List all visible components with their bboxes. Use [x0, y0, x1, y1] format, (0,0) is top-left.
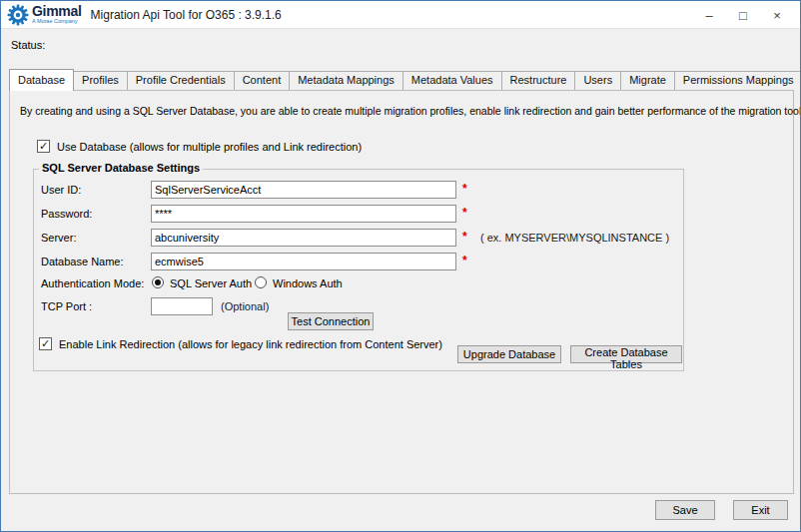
enable-link-redirection-label: Enable Link Redirection (allows for lega… — [59, 338, 442, 350]
tab-strip: Database Profiles Profile Credentials Co… — [9, 69, 801, 90]
exit-button[interactable]: Exit — [733, 500, 788, 520]
sql-settings-title: SQL Server Database Settings — [39, 162, 203, 174]
database-name-label: Database Name: — [41, 256, 124, 267]
user-id-label: User ID: — [41, 184, 81, 196]
app-window: Gimmal A Morae Company Migration Api Too… — [0, 0, 801, 532]
tcp-port-label: TCP Port : — [41, 300, 92, 312]
gear-icon — [7, 4, 29, 26]
tab-metadata-mappings[interactable]: Metadata Mappings — [289, 71, 403, 90]
windows-auth-label: Windows Auth — [273, 277, 343, 289]
tab-permissions-mappings[interactable]: Permissions Mappings — [674, 71, 801, 90]
tcp-port-optional-hint: (Optional) — [221, 300, 269, 312]
enable-link-redirection-checkbox[interactable]: ✓ — [39, 337, 52, 350]
user-id-required-marker: * — [462, 182, 467, 196]
create-database-tables-button[interactable]: Create Database Tables — [570, 345, 682, 363]
tab-profiles[interactable]: Profiles — [73, 71, 128, 90]
server-format-hint: ( ex. MYSERVER\MYSQLINSTANCE ) — [480, 232, 669, 244]
brand-tagline: A Morae Company — [32, 19, 82, 25]
close-button[interactable]: × — [760, 1, 794, 29]
window-title: Migration Api Tool for O365 : 3.9.1.6 — [91, 8, 282, 22]
status-label: Status: — [11, 39, 45, 51]
save-button[interactable]: Save — [655, 500, 715, 520]
server-required-marker: * — [462, 230, 467, 244]
window-controls: – □ × — [692, 1, 794, 29]
radio-dot — [155, 279, 161, 285]
tab-profile-credentials[interactable]: Profile Credentials — [127, 71, 235, 90]
server-field[interactable] — [151, 229, 456, 247]
tab-database[interactable]: Database — [9, 69, 74, 91]
tab-migrate[interactable]: Migrate — [620, 71, 675, 90]
maximize-button[interactable]: □ — [726, 1, 760, 29]
password-label: Password: — [41, 208, 92, 220]
windows-auth-radio[interactable] — [255, 276, 267, 288]
sql-server-auth-label: SQL Server Auth — [170, 277, 252, 289]
gimmal-logo: Gimmal A Morae Company — [7, 4, 82, 26]
test-connection-button[interactable]: Test Connection — [288, 312, 374, 330]
database-name-required-marker: * — [462, 254, 467, 267]
server-label: Server: — [41, 232, 76, 244]
database-description: By creating and using a SQL Server Datab… — [20, 105, 794, 117]
database-name-field[interactable] — [151, 253, 456, 270]
tab-restructure[interactable]: Restructure — [501, 71, 576, 90]
tab-users[interactable]: Users — [574, 71, 621, 90]
use-database-label: Use Database (allows for multiple profil… — [57, 141, 362, 153]
password-field[interactable] — [151, 205, 456, 223]
brand-block: Gimmal A Morae Company — [32, 4, 82, 25]
tcp-port-field[interactable] — [151, 297, 213, 315]
user-id-field[interactable] — [151, 181, 456, 199]
use-database-checkbox[interactable]: ✓ — [37, 140, 50, 153]
password-required-marker: * — [462, 206, 467, 220]
checkmark-icon: ✓ — [38, 141, 49, 152]
upgrade-database-button[interactable]: Upgrade Database — [457, 345, 561, 363]
brand-name: Gimmal — [32, 4, 82, 18]
minimize-button[interactable]: – — [692, 1, 726, 29]
titlebar: Gimmal A Morae Company Migration Api Too… — [1, 1, 800, 29]
minimize-icon: – — [705, 8, 712, 23]
tab-metadata-values[interactable]: Metadata Values — [402, 71, 502, 90]
authentication-mode-label: Authentication Mode: — [41, 277, 144, 289]
sql-server-auth-radio[interactable] — [152, 276, 164, 288]
close-icon: × — [773, 8, 781, 23]
tab-content[interactable]: Content — [234, 71, 291, 90]
checkmark-icon: ✓ — [40, 338, 51, 349]
maximize-icon: □ — [739, 8, 747, 23]
